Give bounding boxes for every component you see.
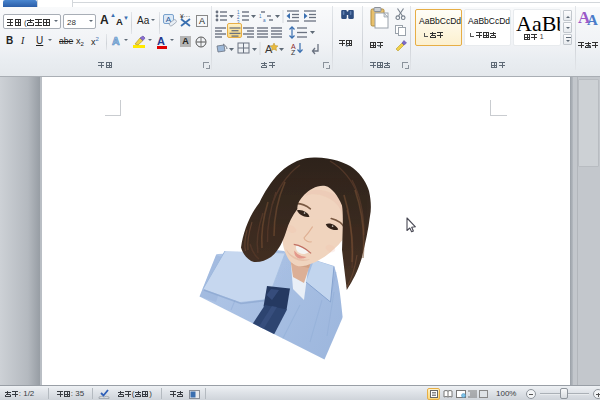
svg-text:Z: Z	[291, 49, 296, 56]
svg-text:a: a	[263, 18, 266, 23]
svg-text:1: 1	[259, 14, 262, 19]
